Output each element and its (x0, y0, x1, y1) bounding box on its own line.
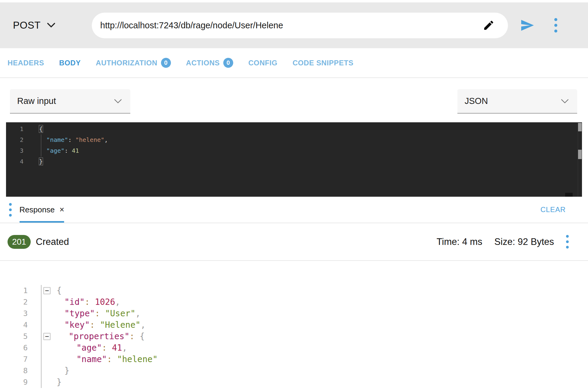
response-time: Time: 4 ms (437, 236, 482, 247)
line-number: 5 (0, 331, 32, 342)
tab-code-snippets[interactable]: CODE SNIPPETS (285, 59, 361, 67)
tab-label: ACTIONS (186, 59, 220, 67)
tab-label: AUTHORIZATION (96, 59, 157, 67)
line-number: 8 (0, 365, 32, 377)
tab-authorization[interactable]: AUTHORIZATION0 (88, 58, 178, 68)
content-type-select[interactable]: JSON (457, 89, 577, 114)
response-line: 7"name": "helene" (0, 354, 588, 365)
edit-pencil-icon[interactable] (483, 19, 495, 31)
body-format-row: Raw input JSON (0, 78, 588, 122)
line-number: 2 (0, 296, 32, 308)
chevron-down-icon (561, 99, 569, 104)
response-line: 1−{ (0, 285, 588, 296)
method-label: POST (13, 20, 41, 31)
close-tab-icon[interactable]: × (60, 206, 64, 214)
response-line: 8} (0, 365, 588, 377)
tab-label: HEADERS (8, 59, 44, 67)
line-content: } (57, 365, 70, 377)
line-content: { (57, 285, 62, 296)
tab-actions[interactable]: ACTIONS0 (178, 58, 241, 68)
response-tab-label: Response (20, 205, 55, 214)
editor-lines: 1{2 "name": "helene",3 "age": 414} (6, 124, 582, 167)
gutter-separator (41, 319, 42, 331)
method-selector[interactable]: POST (13, 20, 55, 31)
response-size: Size: 92 Bytes (494, 236, 554, 247)
line-number: 7 (0, 354, 32, 365)
editor-line: 3 "age": 41 (6, 145, 582, 156)
line-content: "properties": { (57, 331, 145, 342)
line-number: 9 (0, 377, 32, 388)
status-reason: Created (36, 236, 69, 247)
clear-button[interactable]: CLEAR (540, 205, 566, 214)
request-body-editor[interactable]: 1{2 "name": "helene",3 "age": 414} (6, 122, 582, 197)
editor-line: 1{ (6, 124, 582, 134)
gutter-separator (41, 342, 42, 354)
status-code-badge: 201 (8, 235, 31, 249)
response-json-viewer: 1−{2"id": 1026,3"type": "User",4"key": "… (0, 261, 588, 388)
editor-scrollbar-track (578, 122, 582, 197)
collapse-toggle-icon[interactable]: − (43, 287, 51, 294)
line-number: 4 (6, 156, 23, 167)
line-number: 1 (0, 285, 32, 296)
editor-line: 2 "name": "helene", (6, 134, 582, 145)
tab-label: CONFIG (248, 59, 277, 67)
line-content: } (39, 156, 43, 167)
chevron-down-icon (114, 99, 122, 104)
line-number: 1 (6, 124, 23, 134)
response-line: 2"id": 1026, (0, 296, 588, 308)
gutter-separator (41, 296, 42, 308)
bracket-indent-guide (41, 134, 41, 157)
tab-label: CODE SNIPPETS (292, 59, 354, 67)
line-number: 2 (6, 134, 23, 145)
tab-count-badge: 0 (223, 58, 233, 68)
response-kebab-menu-icon[interactable] (9, 203, 12, 217)
line-number: 3 (6, 145, 23, 156)
line-content: "id": 1026, (57, 296, 120, 308)
url-input[interactable]: http://localhost:7243/db/rage/node/User/… (92, 13, 508, 38)
line-content: { (39, 124, 43, 134)
tab-headers[interactable]: HEADERS (0, 59, 52, 67)
gutter-separator (41, 308, 42, 319)
request-tabs: HEADERSBODYAUTHORIZATION0ACTIONS0CONFIGC… (0, 48, 588, 77)
request-kebab-menu-icon[interactable] (554, 18, 557, 33)
line-content: "key": "Helene", (57, 319, 146, 331)
line-content: "name": "helene" (57, 354, 158, 365)
response-status-row: 201 Created Time: 4 ms Size: 92 Bytes (0, 223, 588, 260)
editor-scrollbar-thumb[interactable] (578, 150, 582, 159)
editor-scrollbar-thumb[interactable] (578, 123, 582, 131)
request-bar: POST http://localhost:7243/db/rage/node/… (0, 2, 588, 48)
line-number: 3 (0, 308, 32, 319)
response-line: 3"type": "User", (0, 308, 588, 319)
tab-count-badge: 0 (161, 58, 171, 68)
send-request-icon[interactable] (520, 18, 534, 33)
line-number: 4 (0, 319, 32, 331)
collapse-toggle-icon[interactable]: − (43, 333, 51, 340)
gutter-separator (41, 354, 42, 365)
gutter-separator (41, 365, 42, 377)
tab-config[interactable]: CONFIG (241, 59, 285, 67)
line-number: 6 (0, 342, 32, 354)
tab-label: BODY (59, 59, 81, 67)
body-input-type-value: Raw input (17, 96, 56, 106)
response-line: 6"age": 41, (0, 342, 588, 354)
gutter-separator (41, 377, 42, 388)
response-tab[interactable]: Response × (20, 197, 64, 223)
line-content: "name": "helene", (39, 134, 108, 145)
body-input-type-select[interactable]: Raw input (10, 89, 130, 114)
gutter-separator (41, 285, 42, 296)
tab-body[interactable]: BODY (52, 59, 88, 67)
response-tabbar: Response × CLEAR (0, 197, 588, 223)
url-text: http://localhost:7243/db/rage/node/User/… (100, 20, 483, 30)
line-content: } (57, 377, 62, 388)
editor-scrollbar-corner (565, 193, 573, 197)
line-content: "age": 41 (39, 145, 79, 156)
status-kebab-menu-icon[interactable] (566, 235, 569, 249)
content-type-value: JSON (465, 96, 488, 106)
chevron-down-icon (47, 22, 56, 28)
line-content: "type": "User", (57, 308, 141, 319)
editor-line: 4} (6, 156, 582, 167)
line-content: "age": 41, (57, 342, 127, 354)
response-line: 9} (0, 377, 588, 388)
response-line: 4"key": "Helene", (0, 319, 588, 331)
response-line: 5−"properties": { (0, 331, 588, 342)
